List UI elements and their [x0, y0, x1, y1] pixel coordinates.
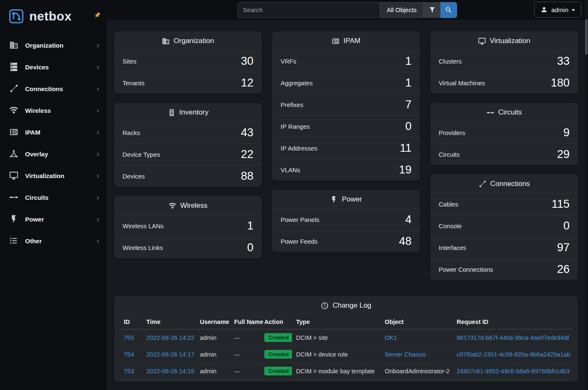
- wireless-lans-link[interactable]: Wireless LANs: [123, 222, 164, 229]
- sidebar-item-devices[interactable]: Devices ›: [0, 56, 107, 78]
- wireless-icon: [9, 106, 18, 115]
- col-header-time: Time: [142, 315, 196, 329]
- change-id-link[interactable]: 755: [124, 334, 134, 341]
- change-time-link[interactable]: 2022-08-26 14:17: [146, 351, 194, 358]
- stat-row: Power Panels 4: [272, 209, 420, 230]
- search-button[interactable]: [440, 2, 457, 18]
- filter-button[interactable]: [424, 2, 440, 18]
- racks-link[interactable]: Racks: [123, 129, 140, 136]
- search-input[interactable]: [238, 2, 380, 18]
- sidebar-item-label: Organization: [25, 42, 97, 49]
- device-types-link[interactable]: Device Types: [123, 151, 160, 158]
- object-type-selector[interactable]: All Objects: [380, 2, 424, 18]
- providers-link[interactable]: Providers: [439, 129, 465, 136]
- topbar: All Objects admin: [107, 0, 588, 20]
- sidebar-item-overlay[interactable]: Overlay ›: [0, 143, 107, 165]
- sidebar-item-power[interactable]: Power ›: [0, 208, 107, 230]
- ip-ranges-link[interactable]: IP Ranges: [281, 123, 310, 130]
- stat-value: 33: [557, 55, 570, 68]
- change-object-link[interactable]: OK1: [385, 334, 397, 341]
- power-panels-link[interactable]: Power Panels: [281, 216, 320, 223]
- change-time-link[interactable]: 2022-08-26 14:15: [146, 368, 194, 375]
- change-id-link[interactable]: 754: [124, 351, 134, 358]
- wireless-links-link[interactable]: Wireless Links: [123, 244, 163, 251]
- stat-row: Racks 43: [114, 122, 262, 143]
- ip-addresses-link[interactable]: IP Addresses: [281, 145, 317, 152]
- card-ipam: IPAM VRFs 1 Aggregates 1 Prefixes 7: [272, 31, 420, 181]
- changelog-header-row: ID Time Username Full Name Action Type O…: [120, 315, 573, 329]
- stat-value: 1: [247, 219, 253, 232]
- stat-value: 22: [241, 148, 253, 161]
- prefixes-link[interactable]: Prefixes: [281, 101, 303, 108]
- card-header: Change Log: [114, 296, 578, 315]
- wireless-icon: [169, 202, 176, 210]
- vrfs-link[interactable]: VRFs: [281, 58, 297, 65]
- change-request-id-link[interactable]: c07f0ab2-2351-4c58-825a-8b6a2425a1ab: [457, 351, 570, 358]
- card-connections: Connections Cables 115 Console 0 Interfa…: [430, 174, 578, 280]
- sidebar-item-ipam[interactable]: IPAM ›: [0, 121, 107, 143]
- stat-row: Console 0: [430, 215, 578, 237]
- power-connections-link[interactable]: Power Connections: [439, 266, 493, 273]
- stat-row: Wireless LANs 1: [114, 215, 262, 237]
- aggregates-link[interactable]: Aggregates: [281, 79, 313, 87]
- interfaces-link[interactable]: Interfaces: [439, 244, 466, 251]
- card-title: Inventory: [179, 108, 209, 117]
- clusters-link[interactable]: Clusters: [439, 58, 462, 65]
- netbox-logo-icon[interactable]: [7, 7, 26, 26]
- stat-value: 0: [405, 120, 412, 133]
- vlans-link[interactable]: VLANs: [281, 166, 300, 173]
- caret-down-icon: [572, 9, 575, 11]
- main-area: All Objects admin Organization: [107, 0, 588, 390]
- stat-value: 88: [241, 170, 253, 183]
- change-type: DCIM > module bay template: [296, 368, 375, 375]
- filter-icon: [429, 6, 436, 13]
- netbox-wordmark[interactable]: netbox: [29, 9, 72, 23]
- change-full-name: —: [234, 334, 240, 341]
- sidebar-item-wireless[interactable]: Wireless ›: [0, 99, 107, 121]
- sidebar-item-organization[interactable]: Organization ›: [0, 34, 107, 56]
- cables-link[interactable]: Cables: [439, 201, 458, 208]
- card-header: Organization: [114, 31, 262, 50]
- change-request-id-link[interactable]: 9817317d-b67f-440a-99ca-4ae07ede94df: [457, 334, 569, 341]
- sidebar-item-virtualization[interactable]: Virtualization ›: [0, 165, 107, 186]
- virtualization-icon: [478, 37, 486, 45]
- tenants-link[interactable]: Tenants: [123, 79, 145, 87]
- power-icon: [9, 214, 18, 224]
- circuits-link[interactable]: Circuits: [439, 151, 460, 158]
- sidebar-pin-icon[interactable]: [92, 10, 102, 20]
- sidebar-item-circuits[interactable]: Circuits ›: [0, 186, 107, 208]
- stat-row: Tenants 12: [114, 72, 262, 94]
- power-feeds-link[interactable]: Power Feeds: [281, 238, 317, 245]
- stat-value: 26: [557, 263, 570, 276]
- chevron-right-icon: ›: [97, 237, 99, 245]
- change-type: DCIM > device role: [296, 351, 348, 358]
- sidebar-item-connections[interactable]: Connections ›: [0, 78, 107, 99]
- stat-value: 180: [551, 76, 570, 89]
- stat-row: IP Ranges 0: [272, 115, 420, 137]
- scrollbar[interactable]: [585, 0, 588, 390]
- change-request-id-link[interactable]: 24807c61-9952-49c6-b8a5-69760bfcc4b3: [457, 368, 570, 375]
- devices-link[interactable]: Devices: [123, 173, 145, 180]
- stat-value: 29: [557, 148, 570, 161]
- sidebar: netbox Organization › Devices › Connecti…: [0, 0, 107, 390]
- card-header: Virtualization: [430, 31, 578, 50]
- card-wireless: Wireless Wireless LANs 1 Wireless Links …: [114, 196, 262, 258]
- user-menu-button[interactable]: admin: [534, 2, 581, 18]
- chevron-right-icon: ›: [97, 85, 99, 92]
- dashboard: Organization Sites 30 Tenants 12: [107, 20, 588, 390]
- sites-link[interactable]: Sites: [123, 58, 136, 65]
- column-2: IPAM VRFs 1 Aggregates 1 Prefixes 7: [272, 31, 420, 252]
- virtual-machines-link[interactable]: Virtual Machines: [439, 79, 485, 87]
- scrollbar-thumb[interactable]: [585, 19, 588, 55]
- stat-row: Wireless Links 0: [114, 237, 262, 258]
- console-link[interactable]: Console: [439, 222, 462, 229]
- sidebar-item-other[interactable]: Other ›: [0, 230, 107, 252]
- stat-value: 1: [405, 76, 412, 89]
- change-id-link[interactable]: 753: [124, 368, 134, 375]
- change-time-link[interactable]: 2022-08-26 14:22: [146, 334, 194, 341]
- account-icon: [540, 6, 548, 13]
- ipam-icon: [9, 127, 18, 137]
- change-object-link[interactable]: Server Chassis: [385, 351, 426, 358]
- column-3: Virtualization Clusters 33 Virtual Machi…: [430, 31, 578, 280]
- app: netbox Organization › Devices › Connecti…: [0, 0, 588, 390]
